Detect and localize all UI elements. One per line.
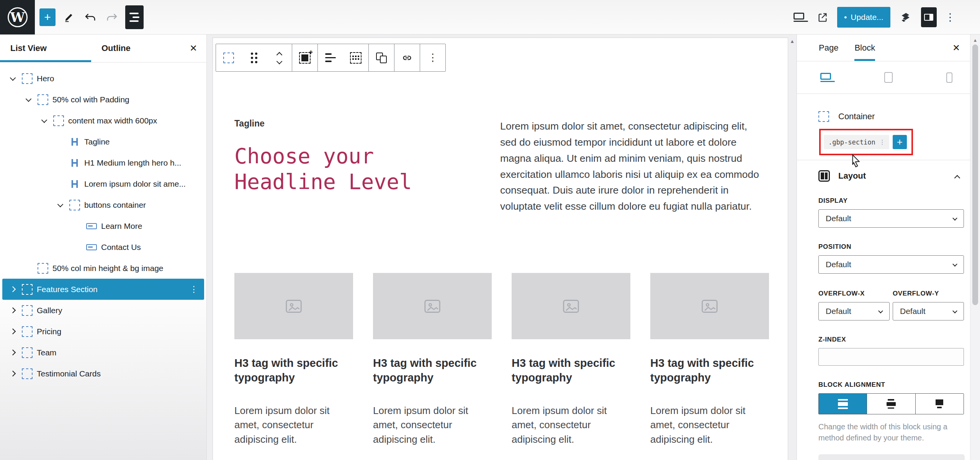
display-select[interactable]: Default [818, 209, 964, 228]
chevron-right-icon[interactable] [10, 350, 16, 356]
layout-icon [818, 170, 830, 182]
card-title[interactable]: H3 tag with specific typography [512, 356, 630, 385]
block-options-kebab-icon[interactable]: ⋮ [190, 284, 198, 294]
feature-card[interactable]: H3 tag with specific typography Lorem ip… [234, 273, 353, 447]
wordpress-menu-button[interactable]: W [0, 0, 35, 34]
chevron-down-icon[interactable] [41, 117, 47, 123]
block-alignment-label: BLOCK ALIGNMENT [818, 381, 964, 389]
device-desktop-button[interactable] [797, 61, 858, 94]
tree-item-lorem-text[interactable]: Lorem ipsum dolor sit ame... [0, 173, 206, 194]
align-none-button[interactable] [916, 394, 964, 414]
undo-button[interactable] [82, 8, 98, 26]
overflow-x-label: OVERFLOW-X [818, 290, 890, 297]
tab-outline[interactable]: Outline [91, 34, 182, 62]
overflow-y-select[interactable]: Default [893, 302, 964, 320]
card-title[interactable]: H3 tag with specific typography [650, 356, 769, 385]
tab-block[interactable]: Block [854, 34, 875, 61]
chevron-down-icon[interactable] [25, 96, 31, 102]
tree-item-features-section[interactable]: Features Section ⋮ [2, 279, 204, 300]
card-body[interactable]: Lorem ipsum dolor sit amet, consectetur … [650, 404, 769, 447]
container-block-icon [818, 111, 829, 122]
hero-headline[interactable]: Choose your Headline Level [234, 143, 449, 195]
move-up-icon[interactable] [276, 52, 282, 58]
tree-item-contact-us[interactable]: Contact Us [0, 237, 206, 258]
image-placeholder[interactable] [650, 273, 769, 339]
layout-panel-header[interactable]: Layout [818, 170, 964, 182]
chevron-down-icon[interactable] [57, 201, 63, 207]
device-tablet-button[interactable] [858, 61, 919, 94]
tree-item-gallery[interactable]: Gallery [0, 300, 206, 321]
chevron-right-icon[interactable] [10, 307, 16, 314]
card-body[interactable]: Lorem ipsum dolor sit amet, consectetur … [373, 404, 492, 447]
close-settings-button[interactable]: ✕ [952, 34, 960, 61]
view-post-external-link-button[interactable] [816, 11, 829, 23]
settings-sidebar-toggle-button[interactable] [921, 7, 937, 27]
tools-button[interactable] [61, 8, 77, 26]
tagline-text[interactable]: Tagline [234, 118, 449, 129]
align-full-width-button[interactable] [819, 394, 867, 414]
tab-page[interactable]: Page [819, 34, 838, 61]
feature-card[interactable]: H3 tag with specific typography Lorem ip… [373, 273, 492, 447]
tree-item-50-col-padding[interactable]: 50% col with Padding [0, 89, 206, 110]
scrollbar-thumb[interactable] [972, 44, 978, 305]
select-container-button[interactable] [216, 44, 241, 71]
tree-item-team[interactable]: Team [0, 342, 206, 363]
block-mover[interactable] [267, 44, 292, 71]
image-placeholder[interactable] [373, 273, 492, 339]
flex-child-panel-header[interactable]: Flex Child [818, 454, 965, 460]
image-placeholder[interactable] [512, 273, 630, 339]
preview-device-button[interactable] [793, 13, 808, 22]
tree-item-learn-more[interactable]: Learn More [0, 215, 206, 237]
tree-item-pricing[interactable]: Pricing [0, 321, 206, 342]
drag-handle[interactable] [241, 44, 267, 71]
spacing-button[interactable] [343, 44, 368, 71]
alignment-help-text: Change the width of this block using a m… [818, 421, 960, 444]
chip-kebab-icon[interactable]: ⋮ [879, 138, 885, 146]
chevron-up-icon[interactable] [954, 175, 960, 181]
chevron-right-icon[interactable] [10, 286, 16, 292]
align-wide-width-button[interactable] [867, 394, 915, 414]
chevron-right-icon[interactable] [10, 329, 16, 335]
alignment-button[interactable] [318, 44, 343, 71]
chevron-right-icon[interactable] [10, 371, 16, 377]
link-button[interactable] [394, 44, 420, 71]
card-body[interactable]: Lorem ipsum dolor sit amet, consectetur … [512, 404, 630, 447]
options-menu-button[interactable]: ⋮ [945, 12, 955, 23]
css-class-chip[interactable]: .gbp-section ⋮ [824, 135, 889, 149]
image-placeholder[interactable] [234, 273, 353, 339]
block-inserter-button[interactable]: + [39, 8, 56, 26]
feature-card[interactable]: H3 tag with specific typography Lorem ip… [650, 273, 769, 447]
list-view-toggle-button[interactable] [125, 5, 144, 29]
parent-container-icon: + [299, 52, 311, 64]
generateblocks-plugin-icon[interactable] [899, 10, 913, 24]
hero-paragraph[interactable]: Lorem ipsum dolor sit amet, consectetur … [500, 118, 766, 215]
overflow-x-select[interactable]: Default [818, 302, 890, 320]
tree-item-buttons-container[interactable]: buttons container [0, 194, 206, 215]
position-select[interactable]: Default [818, 255, 964, 274]
z-index-input[interactable] [818, 348, 964, 366]
duplicate-button[interactable] [369, 44, 394, 71]
tree-item-h1-hero[interactable]: H1 Medium length hero h... [0, 152, 206, 173]
tree-item-label: Hero [37, 74, 54, 83]
update-button[interactable]: • Update... [837, 7, 890, 28]
tree-item-hero[interactable]: Hero [0, 68, 206, 89]
canvas-scroll-up-icon[interactable]: ▲ [790, 38, 795, 44]
tree-item-content-max-width[interactable]: content max width 600px [0, 110, 206, 131]
block-options-button[interactable]: ⋮ [420, 44, 445, 71]
chevron-down-icon[interactable] [10, 75, 16, 81]
tree-item-50-col-bg-image[interactable]: 50% col min height & bg image [0, 258, 206, 279]
select-parent-block-button[interactable]: + [292, 44, 317, 71]
close-list-view-button[interactable]: ✕ [190, 34, 197, 62]
scroll-up-icon[interactable]: ▲ [970, 38, 980, 43]
tree-item-testimonial-cards[interactable]: Testimonial Cards [0, 363, 206, 384]
card-title[interactable]: H3 tag with specific typography [373, 356, 492, 385]
card-title[interactable]: H3 tag with specific typography [234, 356, 353, 385]
card-body[interactable]: Lorem ipsum dolor sit amet, consectetur … [234, 404, 353, 447]
add-css-class-button[interactable]: + [893, 135, 907, 149]
tree-item-tagline[interactable]: Tagline [0, 131, 206, 152]
redo-button[interactable] [104, 8, 120, 26]
tab-list-view[interactable]: List View [0, 34, 91, 62]
feature-card[interactable]: H3 tag with specific typography Lorem ip… [512, 273, 630, 447]
move-down-icon[interactable] [276, 58, 282, 64]
sidebar-scrollbar[interactable]: ▲ [970, 34, 980, 460]
